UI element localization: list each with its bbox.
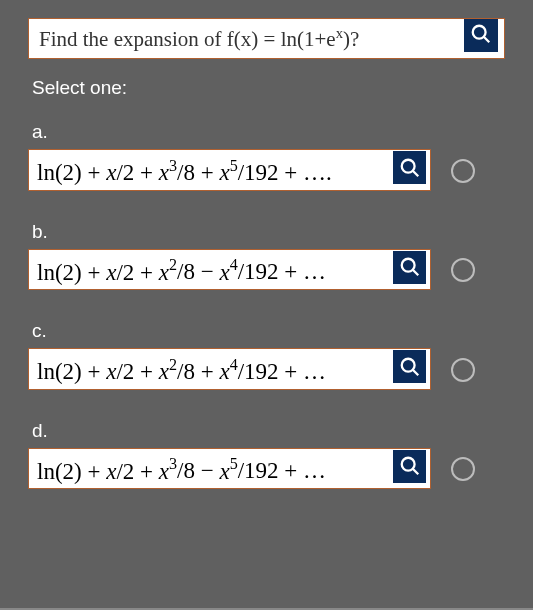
option-d: d. ln(2) + x/2 + x3/8 − x5/192 + … [28, 420, 505, 490]
prompt-label: Select one: [32, 77, 501, 99]
svg-point-4 [401, 259, 414, 272]
svg-line-7 [412, 369, 418, 375]
magnifier-icon[interactable] [393, 251, 426, 284]
svg-point-0 [473, 26, 486, 39]
option-letter: d. [28, 420, 431, 442]
option-a: a. ln(2) + x/2 + x3/8 + x5/192 + …. [28, 121, 505, 191]
option-c: c. ln(2) + x/2 + x2/8 + x4/192 + … [28, 320, 505, 390]
formula-text: ln(2) + x/2 + x3/8 + x5/192 + …. [37, 160, 332, 185]
magnifier-icon[interactable] [464, 18, 498, 52]
svg-point-8 [401, 458, 414, 471]
formula-text: ln(2) + x/2 + x3/8 − x5/192 + … [37, 458, 326, 483]
option-b: b. ln(2) + x/2 + x2/8 − x4/192 + … [28, 221, 505, 291]
option-letter: a. [28, 121, 431, 143]
magnifier-icon[interactable] [393, 350, 426, 383]
svg-line-5 [412, 270, 418, 276]
formula-text: ln(2) + x/2 + x2/8 + x4/192 + … [37, 359, 326, 384]
option-formula: ln(2) + x/2 + x2/8 − x4/192 + … [28, 249, 431, 291]
option-formula: ln(2) + x/2 + x3/8 − x5/192 + … [28, 448, 431, 490]
svg-point-2 [401, 159, 414, 172]
option-letter: c. [28, 320, 431, 342]
svg-line-1 [484, 37, 490, 43]
radio-b[interactable] [451, 258, 475, 282]
option-formula: ln(2) + x/2 + x3/8 + x5/192 + …. [28, 149, 431, 191]
svg-line-9 [412, 469, 418, 475]
formula-text: ln(2) + x/2 + x2/8 − x4/192 + … [37, 259, 326, 284]
magnifier-icon[interactable] [393, 450, 426, 483]
radio-c[interactable] [451, 358, 475, 382]
quiz-container: Find the expansion of f(x) = ln(1+ex)? S… [0, 0, 533, 517]
option-letter: b. [28, 221, 431, 243]
magnifier-icon[interactable] [393, 151, 426, 184]
svg-point-6 [401, 358, 414, 371]
radio-d[interactable] [451, 457, 475, 481]
question-content: Find the expansion of f(x) = ln(1+ex)? [39, 27, 359, 51]
radio-a[interactable] [451, 159, 475, 183]
svg-line-3 [412, 170, 418, 176]
option-formula: ln(2) + x/2 + x2/8 + x4/192 + … [28, 348, 431, 390]
question-text: Find the expansion of f(x) = ln(1+ex)? [28, 18, 505, 59]
